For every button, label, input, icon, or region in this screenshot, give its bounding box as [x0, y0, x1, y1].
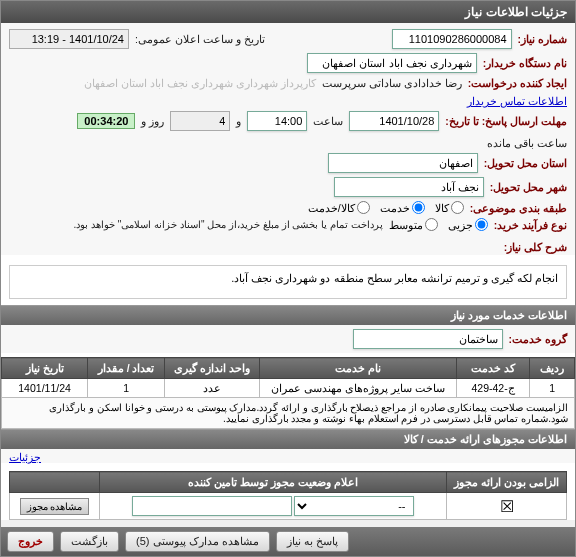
deadline-time[interactable] — [247, 111, 307, 131]
window-title: جزئیات اطلاعات نیاز — [1, 1, 575, 23]
general-desc-box: انجام لکه گیری و ترمیم ترانشه معابر سطح … — [9, 265, 567, 299]
province-input[interactable] — [328, 153, 478, 173]
label-buyer-org: نام دستگاه خریدار: — [483, 57, 567, 69]
creator-name: رضا خدادادی ساداتی سرپرست — [322, 77, 462, 89]
radio-goods[interactable]: کالا — [435, 201, 464, 214]
th-date: تاریخ نیاز — [2, 358, 88, 379]
details-link[interactable]: جزئیات — [9, 451, 41, 463]
th-qty: تعداد / مقدار — [88, 358, 165, 379]
th-code: کد خدمت — [457, 358, 530, 379]
label-need-no: شماره نیاز: — [518, 33, 567, 45]
label-deadline: مهلت ارسال پاسخ: تا تاریخ: — [445, 115, 567, 127]
th-idx: ردیف — [530, 358, 575, 379]
respond-button[interactable]: پاسخ به نیاز — [276, 531, 349, 552]
mandatory-check: ☒ — [447, 493, 567, 520]
label-announce: تاریخ و ساعت اعلان عمومی: — [135, 33, 265, 45]
ptype-radios: جزیی متوسط — [389, 218, 488, 231]
back-button[interactable]: بازگشت — [60, 531, 119, 552]
status-cell: -- — [100, 493, 447, 520]
label-category: طبقه بندی موضوعی: — [470, 202, 567, 214]
label-service-group: گروه خدمت: — [509, 333, 567, 345]
label-and: و — [236, 115, 241, 127]
remaining-days — [170, 111, 230, 131]
auth-header-row: الزامی بودن ارائه مجوز اعلام وضعیت مجوز … — [10, 472, 567, 493]
footer-bar: خروج بازگشت مشاهده مدارک پیوستی (5) پاسخ… — [1, 527, 575, 556]
label-remaining: ساعت باقی مانده — [487, 137, 567, 149]
radio-medium[interactable]: متوسط — [389, 218, 438, 231]
th-unit: واحد اندازه گیری — [165, 358, 260, 379]
announce-datetime — [9, 29, 129, 49]
cell-qty: 1 — [88, 379, 165, 398]
items-table: ردیف کد خدمت نام خدمت واحد اندازه گیری ت… — [1, 357, 575, 429]
auth-table: الزامی بودن ارائه مجوز اعلام وضعیت مجوز … — [9, 471, 567, 520]
main-form: شماره نیاز: تاریخ و ساعت اعلان عمومی: نا… — [1, 23, 575, 241]
label-creator: ایجاد کننده درخواست: — [468, 77, 567, 89]
label-city: شهر محل تحویل: — [490, 181, 567, 193]
need-no-input[interactable] — [392, 29, 512, 49]
creator-role: کارپرداز شهرداری شهرداری نجف اباد استان … — [84, 77, 316, 89]
radio-both[interactable]: کالا/خدمت — [308, 201, 370, 214]
city-input[interactable] — [334, 177, 484, 197]
table-note-row: الزامیست صلاحیت پیمانکاری صادره از مراجع… — [2, 398, 575, 429]
auth-row: ☒ -- مشاهده مجوز — [10, 493, 567, 520]
buyer-contact-link[interactable]: اطلاعات تماس خریدار — [467, 95, 567, 107]
remaining-time: 00:34:20 — [77, 113, 135, 129]
view-permit-button[interactable]: مشاهده مجوز — [20, 498, 90, 515]
category-radios: کالا خدمت کالا/خدمت — [308, 201, 464, 214]
th-action — [10, 472, 100, 493]
buyer-org-input[interactable] — [307, 53, 477, 73]
label-ptype: نوع فرآیند خرید: — [494, 219, 567, 231]
cell-name: ساخت سایر پروژه‌های مهندسی عمران — [260, 379, 457, 398]
table-row[interactable]: 1 ج-42-429 ساخت سایر پروژه‌های مهندسی عم… — [2, 379, 575, 398]
status-text[interactable] — [132, 496, 292, 516]
exit-button[interactable]: خروج — [7, 531, 54, 552]
cell-code: ج-42-429 — [457, 379, 530, 398]
status-select[interactable]: -- — [294, 496, 414, 516]
radio-partial[interactable]: جزیی — [448, 218, 488, 231]
service-group-input[interactable] — [353, 329, 503, 349]
th-name: نام خدمت — [260, 358, 457, 379]
window: جزئیات اطلاعات نیاز شماره نیاز: تاریخ و … — [0, 0, 576, 557]
th-mandatory: الزامی بودن ارائه مجوز — [447, 472, 567, 493]
action-cell: مشاهده مجوز — [10, 493, 100, 520]
table-note: الزامیست صلاحیت پیمانکاری صادره از مراجع… — [2, 398, 575, 429]
label-province: استان محل تحویل: — [484, 157, 567, 169]
th-status: اعلام وضعیت مجوز توسط تامین کننده — [100, 472, 447, 493]
section-items-header: اطلاعات خدمات مورد نیاز — [1, 305, 575, 325]
cell-date: 1401/11/24 — [2, 379, 88, 398]
purchase-note: پرداخت تمام یا بخشی از مبلغ خرید،از محل … — [73, 219, 382, 230]
radio-service[interactable]: خدمت — [380, 201, 425, 214]
label-time1: ساعت — [313, 115, 343, 127]
cell-idx: 1 — [530, 379, 575, 398]
label-general-desc: شرح کلی نیاز: — [504, 241, 567, 253]
label-day: روز و — [141, 115, 164, 127]
deadline-date[interactable] — [349, 111, 439, 131]
filler — [1, 520, 575, 527]
items-header-row: ردیف کد خدمت نام خدمت واحد اندازه گیری ت… — [2, 358, 575, 379]
attachments-button[interactable]: مشاهده مدارک پیوستی (5) — [125, 531, 270, 552]
section-auth-header: اطلاعات مجوزهای ارائه خدمت / کالا — [1, 429, 575, 449]
cell-unit: عدد — [165, 379, 260, 398]
